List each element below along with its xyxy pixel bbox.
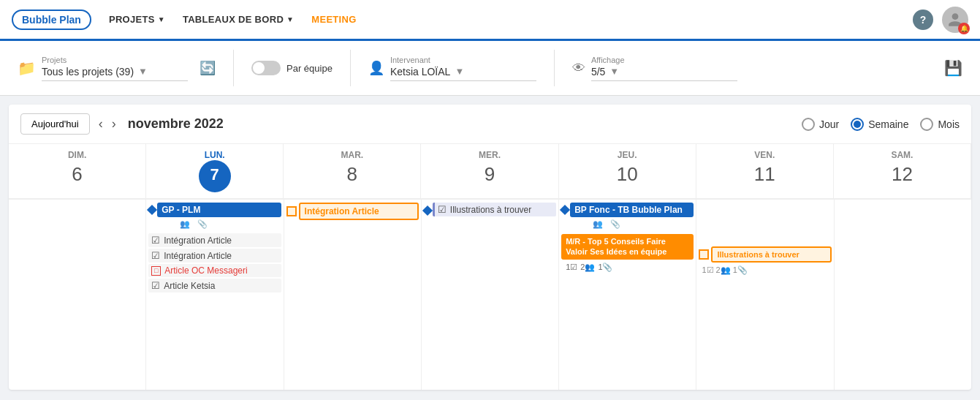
task-article-ketsia[interactable]: ☑ Article Ketsia — [148, 279, 281, 293]
affichage-control[interactable]: 5/5 ▼ — [591, 66, 737, 81]
view-semaine[interactable]: Semaine — [851, 118, 908, 131]
day-num: 9 — [424, 160, 555, 192]
team-toggle-wrap: Par équipe — [251, 61, 333, 75]
day-abbr: LUN. — [149, 150, 280, 160]
filter-bar: 📁 Projets Tous les projets (39) ▼ 🔄 Par … — [0, 41, 980, 96]
refresh-icon[interactable]: 🔄 — [200, 60, 216, 76]
task-label: Illustrations à trouver — [450, 205, 531, 215]
affichage-label: Affichage — [591, 56, 737, 64]
help-button[interactable]: ? — [913, 10, 933, 30]
check-icon: ☑ — [151, 250, 160, 261]
month-title: novembre 2022 — [128, 116, 224, 132]
user-avatar-wrap[interactable]: 🔔 — [942, 7, 968, 33]
day-abbr: DIM. — [12, 150, 143, 160]
diamond-icon — [147, 205, 157, 215]
projects-label: Projets — [42, 56, 188, 64]
day-abbr: MER. — [424, 150, 555, 160]
team-toggle-label: Par équipe — [286, 63, 333, 74]
col-header-mar: MAR. 8 — [284, 144, 421, 199]
col-headers: DIM. 6 LUN. 7 MAR. 8 MER. 9 JEU. 10 VEN.… — [9, 144, 971, 200]
calendar: Aujourd'hui ‹ › novembre 2022 Jour Semai… — [9, 105, 971, 390]
event-mr-meta: 1☑2👥1📎 — [561, 262, 694, 274]
cal-body: GP - PLM ≡1☑2👥1📎 ☑ Intégration Article ☑… — [9, 200, 971, 390]
day-abbr: JEU. — [562, 150, 693, 160]
nav-projets-label: PROJETS — [109, 14, 155, 25]
col-header-mer: MER. 9 — [421, 144, 558, 199]
team-toggle[interactable] — [251, 61, 281, 75]
view-mois-label: Mois — [938, 118, 960, 130]
task-illustrations-ven[interactable]: Illustrations à trouver — [711, 246, 831, 263]
col-header-dim: DIM. 6 — [9, 144, 146, 199]
task-article-oc[interactable]: □ Article OC Messageri — [148, 264, 281, 277]
divider — [233, 50, 234, 86]
square-orange-icon — [699, 249, 709, 260]
projects-control[interactable]: Tous les projets (39) ▼ — [42, 66, 188, 81]
chevron-down-icon: ▼ — [286, 15, 294, 23]
check-red-icon: □ — [151, 266, 161, 276]
diamond-icon — [560, 205, 570, 215]
day-num: 10 — [562, 160, 693, 192]
task-label: Article OC Messageri — [164, 265, 247, 276]
day-num: 6 — [12, 160, 143, 192]
event-gp-plm-meta: ≡1☑2👥1📎 — [148, 219, 281, 231]
nav-tableaux-label: TABLEAUX DE BORD — [183, 14, 284, 25]
intervenant-label: Intervenant — [390, 56, 536, 64]
task-illustrations-ven-meta: 1☑ 2👥 1📎 — [699, 265, 831, 275]
col-jeu: BP Fonc - TB Bubble Plan ≡3☑2👥1📎 M/R - T… — [559, 200, 696, 390]
col-mar: Intégration Article — [284, 200, 422, 390]
event-mr-top5[interactable]: M/R - Top 5 Conseils Faire Valoir Ses Id… — [561, 234, 694, 260]
day-num: 7 — [149, 160, 280, 192]
today-button[interactable]: Aujourd'hui — [20, 113, 90, 135]
affichage-filter: Affichage 5/5 ▼ — [591, 56, 737, 81]
task-integration-1[interactable]: ☑ Intégration Article — [148, 233, 281, 247]
next-button[interactable]: › — [112, 116, 116, 132]
intervenant-filter: Intervenant Ketsia LOÏAL ▼ — [390, 56, 536, 81]
view-semaine-label: Semaine — [868, 118, 908, 130]
day-abbr: MAR. — [286, 150, 417, 160]
person-icon: 👤 — [368, 60, 384, 76]
square-orange-icon — [286, 206, 297, 216]
nav-meeting[interactable]: MEETING — [311, 14, 356, 25]
radio-jour — [802, 118, 815, 131]
day-num: 8 — [286, 160, 417, 192]
radio-semaine — [851, 118, 864, 131]
prev-button[interactable]: ‹ — [99, 116, 103, 132]
task-label: Intégration Article — [164, 235, 232, 246]
chevron-down-icon: ▼ — [138, 66, 148, 77]
task-illustrations-mer[interactable]: ☑ Illustrations à trouver — [433, 203, 556, 216]
divider — [554, 50, 555, 86]
nav-projets[interactable]: PROJETS ▼ — [109, 14, 165, 25]
chevron-down-icon: ▼ — [158, 15, 165, 23]
projects-value: Tous les projets (39) — [42, 66, 134, 78]
event-bp-fonc[interactable]: BP Fonc - TB Bubble Plan — [570, 203, 694, 217]
cal-toolbar: Aujourd'hui ‹ › novembre 2022 Jour Semai… — [9, 105, 971, 144]
day-abbr: VEN. — [699, 150, 830, 160]
view-mois[interactable]: Mois — [920, 118, 960, 131]
view-options: Jour Semaine Mois — [802, 118, 960, 131]
col-ven: Illustrations à trouver 1☑ 2👥 1📎 — [696, 200, 834, 390]
radio-mois — [920, 118, 933, 131]
col-lun: GP - PLM ≡1☑2👥1📎 ☑ Intégration Article ☑… — [146, 200, 284, 390]
view-jour[interactable]: Jour — [802, 118, 839, 131]
view-jour-label: Jour — [819, 118, 839, 130]
col-mer: ☑ Illustrations à trouver — [422, 200, 559, 390]
nav-meeting-label: MEETING — [311, 14, 356, 25]
notification-badge: 🔔 — [958, 23, 970, 34]
chevron-down-icon: ▼ — [609, 66, 619, 77]
task-label: Article Ketsia — [164, 281, 215, 291]
chevron-down-icon: ▼ — [455, 66, 464, 77]
task-label: Intégration Article — [164, 251, 232, 261]
task-integration-2[interactable]: ☑ Intégration Article — [148, 249, 281, 263]
affichage-value: 5/5 — [591, 66, 605, 78]
check-icon: ☑ — [151, 280, 160, 291]
logo-button[interactable]: Bubble Plan — [12, 10, 91, 30]
event-gp-plm[interactable]: GP - PLM — [157, 203, 281, 217]
col-header-ven: VEN. 11 — [696, 144, 834, 199]
save-icon[interactable]: 💾 — [944, 60, 962, 76]
intervenant-control[interactable]: Ketsia LOÏAL ▼ — [390, 66, 536, 81]
event-integration-article-mar[interactable]: Intégration Article — [299, 203, 419, 220]
col-dim — [9, 200, 146, 390]
diamond-icon — [422, 205, 433, 215]
nav-tableaux[interactable]: TABLEAUX DE BORD ▼ — [183, 14, 294, 25]
col-sam — [835, 200, 971, 390]
